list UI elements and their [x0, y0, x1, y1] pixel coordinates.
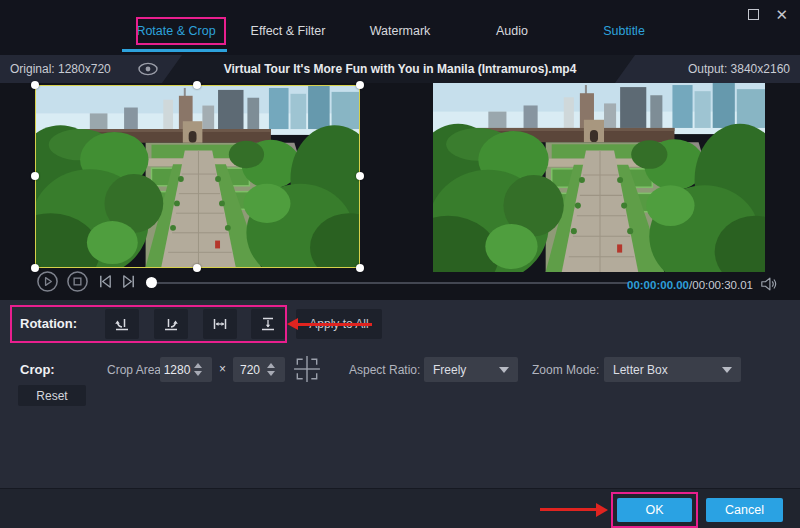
crop-width-value[interactable]: 1280	[160, 363, 194, 377]
time-display: 00:00:00.00/00:00:30.01	[627, 275, 778, 293]
original-resolution-label: Original: 1280x720	[10, 62, 111, 76]
next-frame-button[interactable]	[120, 273, 137, 290]
rotate-left-button[interactable]	[105, 309, 139, 339]
aspect-ratio-label: Aspect Ratio:	[349, 363, 420, 377]
crop-handle-middle-right[interactable]	[356, 172, 364, 180]
annotation-arrow-ok-head	[596, 503, 608, 517]
crop-handle-top-middle[interactable]	[193, 81, 201, 89]
crop-width-field[interactable]: 1280	[160, 357, 212, 382]
original-resolution-tab: Original: 1280x720	[0, 55, 182, 83]
preview-area: 00:00:00.00/00:00:30.01	[0, 83, 800, 300]
annotation-arrow-ok-line	[540, 508, 598, 511]
tab-audio[interactable]: Audio	[456, 18, 568, 44]
crop-label: Crop:	[20, 362, 55, 377]
seek-bar[interactable]	[148, 282, 628, 284]
eye-preview-icon[interactable]	[137, 62, 159, 76]
crop-handle-bottom-right[interactable]	[356, 264, 364, 272]
crop-height-stepper[interactable]	[267, 363, 280, 376]
flip-horizontal-button[interactable]	[203, 309, 237, 339]
window-controls: ✕	[748, 8, 788, 21]
total-time: 00:00:30.01	[692, 279, 753, 291]
crop-handle-bottom-middle[interactable]	[193, 264, 201, 272]
reset-button[interactable]: Reset	[18, 385, 86, 406]
chevron-down-icon	[722, 367, 732, 373]
tab-rotate-crop[interactable]: Rotate & Crop	[120, 18, 232, 44]
app-window: Rotate & Crop Effect & Filter Watermark …	[0, 0, 800, 528]
current-time: 00:00:00.00	[627, 279, 689, 291]
tab-bar: Rotate & Crop Effect & Filter Watermark …	[120, 18, 680, 44]
reset-label: Reset	[36, 389, 67, 403]
seek-handle[interactable]	[146, 277, 157, 288]
flip-vertical-button[interactable]	[251, 309, 285, 339]
crop-width-stepper[interactable]	[194, 363, 207, 376]
output-video-preview	[433, 83, 765, 272]
zoom-mode-dropdown[interactable]: Letter Box	[604, 357, 741, 382]
info-bar: Virtual Tour It's More Fun with You in M…	[0, 55, 800, 83]
maximize-icon[interactable]	[748, 9, 759, 20]
active-tab-underline	[122, 49, 227, 52]
original-video-preview[interactable]	[35, 85, 360, 268]
multiply-sign: ×	[219, 362, 226, 376]
cancel-button[interactable]: Cancel	[706, 498, 783, 522]
chevron-down-icon	[499, 367, 509, 373]
cancel-label: Cancel	[725, 503, 764, 517]
zoom-mode-value: Letter Box	[613, 363, 668, 377]
tab-subtitle[interactable]: Subtitle	[568, 18, 680, 44]
ok-button[interactable]: OK	[617, 498, 692, 522]
ok-label: OK	[645, 503, 663, 517]
crop-handle-middle-left[interactable]	[31, 172, 39, 180]
apply-to-all-label: Apply to All	[309, 317, 368, 331]
crop-crosshair-icon[interactable]	[293, 355, 321, 383]
footer-bar: OK Cancel	[0, 488, 800, 528]
crop-area-label: Crop Area:	[107, 363, 164, 377]
zoom-mode-label: Zoom Mode:	[532, 363, 599, 377]
aspect-ratio-dropdown[interactable]: Freely	[424, 357, 518, 382]
crop-handle-top-right[interactable]	[356, 81, 364, 89]
settings-panel: Rotation:	[0, 300, 800, 488]
volume-icon[interactable]	[760, 276, 778, 292]
rotate-right-button[interactable]	[154, 309, 188, 339]
tab-watermark[interactable]: Watermark	[344, 18, 456, 44]
original-video-frame	[36, 86, 359, 267]
crop-handle-top-left[interactable]	[31, 81, 39, 89]
output-video-frame	[433, 83, 765, 272]
close-icon[interactable]: ✕	[775, 8, 788, 21]
apply-to-all-button[interactable]: Apply to All	[296, 309, 382, 339]
crop-height-value[interactable]: 720	[233, 363, 267, 377]
aspect-ratio-value: Freely	[433, 363, 466, 377]
rotation-label: Rotation:	[20, 316, 77, 331]
previous-frame-button[interactable]	[97, 273, 114, 290]
output-resolution-label: Output: 3840x2160	[688, 62, 790, 76]
output-resolution-tab: Output: 3840x2160	[615, 55, 800, 83]
stop-button[interactable]	[66, 270, 89, 293]
play-button[interactable]	[36, 270, 59, 293]
title-bar: Rotate & Crop Effect & Filter Watermark …	[0, 0, 800, 55]
tab-effect-filter[interactable]: Effect & Filter	[232, 18, 344, 44]
crop-height-field[interactable]: 720	[233, 357, 285, 382]
